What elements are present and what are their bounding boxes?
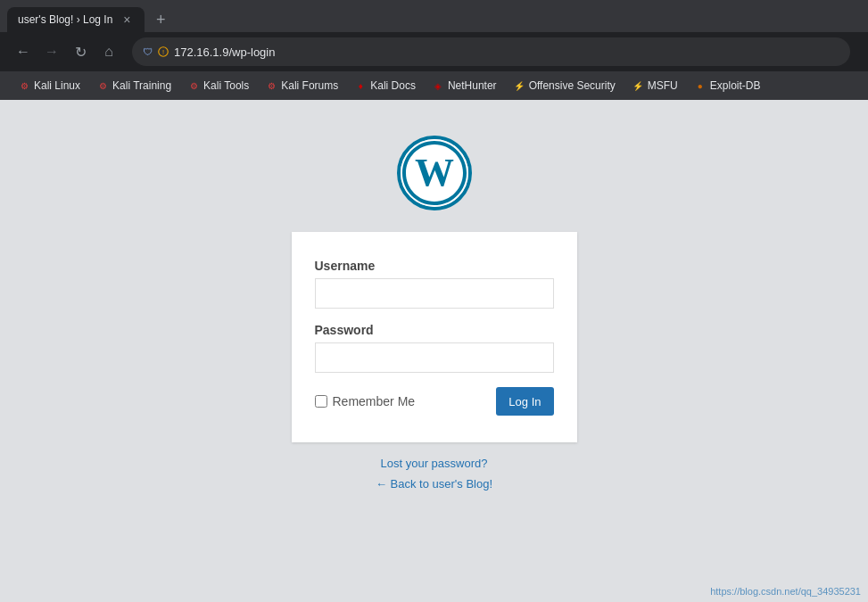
form-actions: Remember Me Log In	[315, 387, 554, 416]
remember-me-label[interactable]: Remember Me	[315, 394, 416, 408]
new-tab-button[interactable]: +	[148, 7, 173, 32]
offensive-security-icon: ⚡	[513, 79, 525, 92]
url-display: 172.16.1.9/wp-login	[174, 45, 839, 59]
username-label: Username	[315, 259, 554, 273]
bookmark-exploit-db[interactable]: ● Exploit-DB	[687, 78, 768, 94]
password-label: Password	[315, 323, 554, 337]
password-group: Password	[315, 323, 554, 373]
tab-bar: user's Blog! › Log In × +	[0, 0, 868, 32]
security-indicator: !	[158, 46, 169, 57]
back-to-blog-link[interactable]: ← Back to user's Blog!	[376, 477, 492, 491]
bookmark-label: NetHunter	[448, 79, 497, 92]
remember-me-checkbox[interactable]	[315, 395, 327, 408]
remember-me-text: Remember Me	[333, 394, 416, 408]
bookmark-label: Offensive Security	[529, 79, 616, 92]
bookmark-label: Kali Linux	[34, 79, 80, 92]
form-links: Lost your password? ← Back to user's Blo…	[376, 457, 492, 498]
kali-linux-icon: ⚙	[18, 79, 30, 92]
bookmark-label: Kali Forums	[281, 79, 338, 92]
tab-title: user's Blog! › Log In	[18, 13, 112, 26]
kali-forums-icon: ⚙	[265, 79, 277, 92]
bookmark-nethunter[interactable]: ◈ NetHunter	[425, 78, 504, 94]
bookmark-label: Kali Tools	[203, 79, 249, 92]
svg-text:!: !	[162, 48, 164, 56]
back-button[interactable]: ←	[11, 39, 36, 64]
page-content: W Username Password Remember Me Log In L…	[0, 100, 868, 602]
home-icon: ⌂	[104, 44, 113, 60]
kali-training-icon: ⚙	[96, 79, 109, 92]
forward-button[interactable]: →	[39, 39, 64, 64]
bookmark-label: Kali Training	[112, 79, 171, 92]
reload-icon: ↻	[75, 44, 87, 61]
username-input[interactable]	[315, 278, 554, 309]
bookmark-kali-training[interactable]: ⚙ Kali Training	[89, 78, 178, 94]
bookmark-kali-docs[interactable]: ♦ Kali Docs	[347, 78, 423, 94]
wordpress-logo: W	[397, 136, 472, 210]
exploit-db-icon: ●	[694, 79, 707, 92]
wordpress-logo-container: W	[397, 136, 472, 214]
bookmark-label: Exploit-DB	[710, 79, 761, 92]
login-card: Username Password Remember Me Log In	[292, 232, 577, 442]
browser-tab[interactable]: user's Blog! › Log In ×	[7, 7, 145, 32]
kali-docs-icon: ♦	[354, 79, 367, 92]
navigation-bar: ← → ↻ ⌂ 🛡 ! 172.16.1.9/wp-login	[0, 32, 868, 71]
bookmark-label: MSFU	[648, 79, 678, 92]
username-group: Username	[315, 259, 554, 309]
bookmark-kali-linux[interactable]: ⚙ Kali Linux	[11, 78, 87, 94]
bookmark-kali-forums[interactable]: ⚙ Kali Forums	[258, 78, 345, 94]
password-input[interactable]	[315, 342, 554, 373]
bookmark-msfu[interactable]: ⚡ MSFU	[624, 78, 685, 94]
home-button[interactable]: ⌂	[96, 39, 121, 64]
browser-chrome: user's Blog! › Log In × + ← → ↻ ⌂ 🛡 ! 17…	[0, 0, 868, 100]
security-icon: 🛡	[143, 46, 153, 57]
bookmark-offensive-security[interactable]: ⚡ Offensive Security	[506, 78, 623, 94]
kali-tools-icon: ⚙	[187, 79, 200, 92]
login-button[interactable]: Log In	[496, 387, 553, 416]
bookmark-kali-tools[interactable]: ⚙ Kali Tools	[180, 78, 256, 94]
bookmarks-bar: ⚙ Kali Linux ⚙ Kali Training ⚙ Kali Tool…	[0, 71, 868, 100]
svg-text:W: W	[415, 151, 454, 194]
address-bar[interactable]: 🛡 ! 172.16.1.9/wp-login	[132, 37, 850, 66]
reload-button[interactable]: ↻	[68, 39, 93, 64]
tab-close-icon[interactable]: ×	[120, 12, 134, 27]
forward-icon: →	[45, 44, 59, 60]
lost-password-link[interactable]: Lost your password?	[376, 457, 492, 470]
back-icon: ←	[16, 44, 30, 60]
nethunter-icon: ◈	[432, 79, 444, 92]
msfu-icon: ⚡	[632, 79, 644, 92]
url-text: 172.16.1.9/wp-login	[174, 45, 275, 59]
watermark: https://blog.csdn.net/qq_34935231	[710, 586, 861, 597]
bookmark-label: Kali Docs	[370, 79, 416, 92]
